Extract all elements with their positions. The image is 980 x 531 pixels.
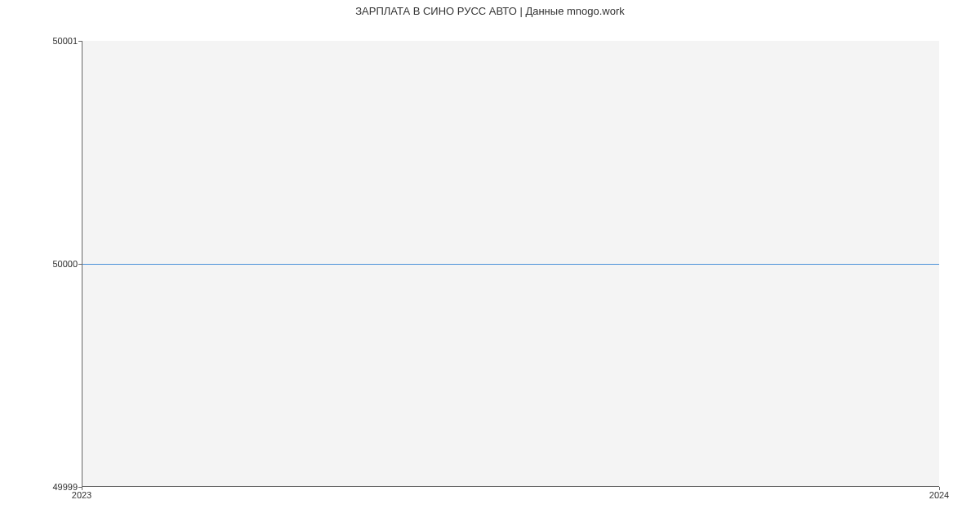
y-tick-label: 50000 [52, 259, 78, 269]
x-tick-label: 2024 [929, 490, 949, 500]
x-tick-label: 2023 [72, 490, 91, 500]
y-tick-label: 50001 [52, 36, 78, 46]
x-tick-mark [939, 487, 940, 490]
y-tick-mark [78, 264, 82, 265]
chart-title: ЗАРПЛАТА В СИНО РУСС АВТО | Данные mnogo… [0, 5, 980, 17]
y-tick-mark [78, 41, 82, 42]
data-line [82, 264, 939, 265]
plot-area [82, 41, 939, 487]
x-tick-mark [82, 487, 82, 490]
